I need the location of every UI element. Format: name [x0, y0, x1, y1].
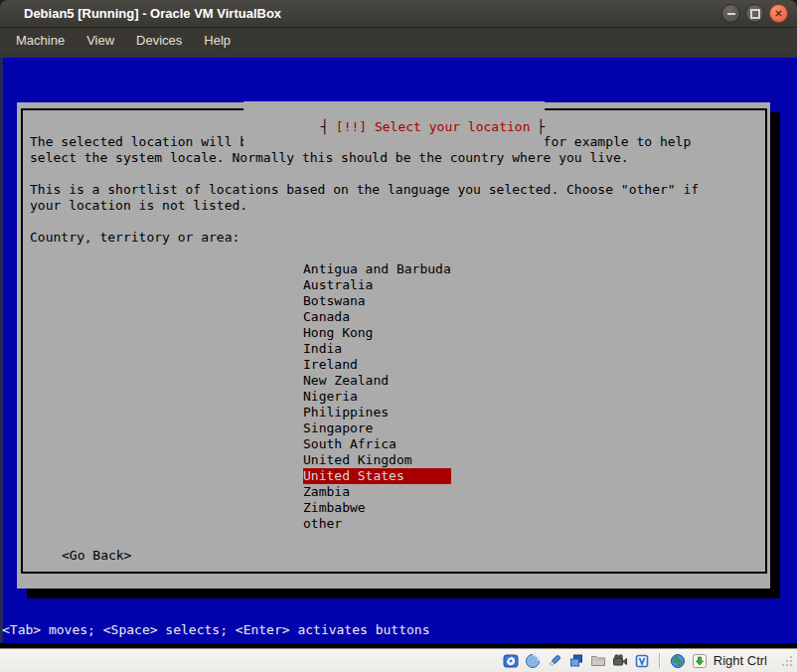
country-item[interactable]: United Kingdom	[303, 452, 451, 468]
country-item[interactable]: Australia	[303, 277, 451, 293]
host-key-label: Right Ctrl	[714, 653, 767, 668]
close-button[interactable]: ✕	[769, 4, 788, 23]
close-icon: ✕	[774, 9, 782, 19]
maximize-icon	[750, 9, 760, 19]
minimize-button[interactable]	[721, 4, 740, 23]
country-item[interactable]: Ireland	[303, 357, 451, 373]
country-list-label: Country, territory or area:	[30, 230, 765, 246]
window-title: Debian5 [Running] - Oracle VM VirtualBox	[24, 6, 281, 21]
window-titlebar: Debian5 [Running] - Oracle VM VirtualBox…	[0, 0, 797, 28]
shared-folders-icon[interactable]	[590, 653, 606, 669]
country-item[interactable]: Zambia	[303, 484, 451, 500]
hard-disks-icon[interactable]	[503, 653, 519, 669]
country-item[interactable]: Philippines	[303, 405, 451, 420]
dialog-title-text: [!!] Select your location	[329, 119, 538, 134]
country-item[interactable]: Zimbabwe	[303, 500, 451, 516]
shortlist-paragraph: This is a shortlist of locations based o…	[30, 182, 765, 214]
country-item[interactable]: Hong Kong	[303, 325, 451, 341]
dialog-title: ┤[!!] Select your location├	[243, 101, 546, 152]
menu-help[interactable]: Help	[194, 30, 240, 51]
country-item[interactable]: United States	[303, 468, 451, 484]
country-item[interactable]: South Africa	[303, 436, 451, 452]
country-item[interactable]: New Zealand	[303, 373, 451, 389]
country-item[interactable]: Singapore	[303, 420, 451, 436]
screen-edge-left	[0, 52, 3, 648]
country-item[interactable]: other	[303, 516, 451, 532]
screen-bottom-band	[0, 643, 797, 648]
features-chip-icon[interactable]	[634, 653, 650, 669]
country-item[interactable]: Nigeria	[303, 389, 451, 405]
statusbar-separator	[659, 653, 661, 668]
country-item[interactable]: India	[303, 341, 451, 357]
menu-bar: Machine View Devices Help	[0, 28, 797, 52]
vm-display: ┤[!!] Select your location├ The selected…	[0, 52, 797, 648]
mouse-integration-icon[interactable]	[670, 653, 686, 669]
video-capture-icon[interactable]	[612, 653, 628, 669]
maximize-button[interactable]	[745, 4, 764, 23]
country-item[interactable]: Antigua and Barbuda	[303, 261, 451, 277]
menu-view[interactable]: View	[77, 30, 124, 51]
host-key-state-icon[interactable]	[692, 653, 708, 669]
country-list: Antigua and BarbudaAustraliaBotswanaCana…	[303, 261, 451, 532]
keyboard-hint: <Tab> moves; <Space> selects; <Enter> ac…	[2, 622, 429, 638]
network-icon[interactable]	[568, 653, 584, 669]
screen-edge-top	[0, 52, 797, 58]
menu-machine[interactable]: Machine	[6, 30, 75, 51]
virtualbox-window: Debian5 [Running] - Oracle VM VirtualBox…	[0, 0, 797, 672]
minimize-icon	[727, 13, 735, 15]
border-tick-right: ├	[537, 119, 545, 134]
go-back-button[interactable]: <Go Back>	[62, 548, 131, 564]
dialog-border-box: ┤[!!] Select your location├ The selected…	[21, 108, 767, 574]
installer-dialog: ┤[!!] Select your location├ The selected…	[17, 102, 770, 588]
status-bar: Right Ctrl	[0, 648, 797, 672]
menu-devices[interactable]: Devices	[126, 30, 192, 51]
usb-icon[interactable]	[547, 653, 562, 669]
country-item[interactable]: Canada	[303, 309, 451, 325]
optical-drives-icon[interactable]	[525, 653, 541, 669]
resize-grip[interactable]	[781, 655, 793, 667]
country-item[interactable]: Botswana	[303, 293, 451, 309]
window-controls: ✕	[721, 4, 788, 23]
border-tick-left: ┤	[321, 119, 329, 134]
